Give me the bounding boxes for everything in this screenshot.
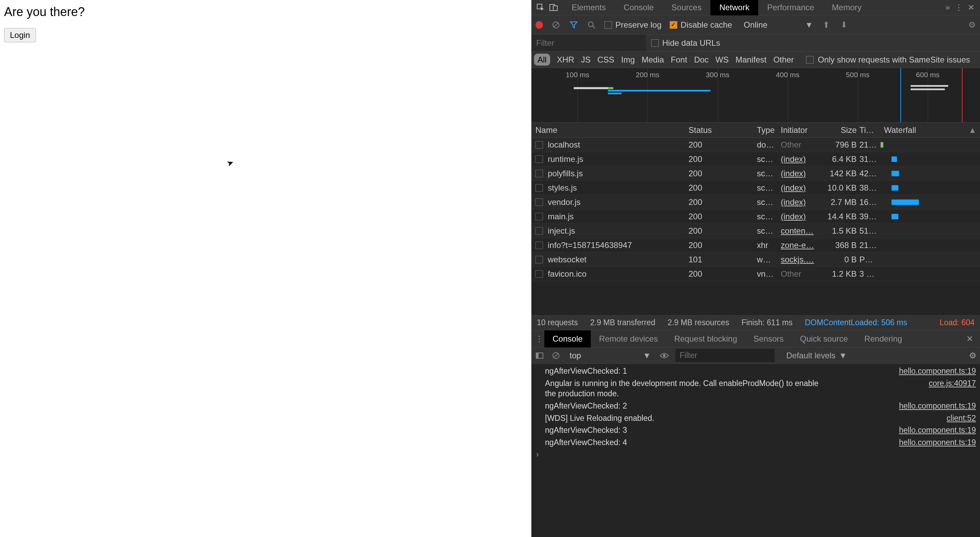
drawer-tab-rendering[interactable]: Rendering	[856, 330, 910, 347]
filter-media[interactable]: Media	[642, 54, 664, 65]
console-prompt[interactable]: ›	[531, 449, 980, 461]
drawer-tabbar: ⋮ Console Remote devices Request blockin…	[531, 330, 980, 347]
request-initiator[interactable]: (index)	[781, 154, 822, 164]
svg-point-11	[663, 354, 666, 357]
request-initiator[interactable]: conten…	[781, 226, 822, 236]
drawer-tab-sensors[interactable]: Sensors	[745, 330, 792, 347]
context-select[interactable]: top▼	[568, 350, 653, 361]
filter-manifest[interactable]: Manifest	[736, 54, 767, 65]
filter-js[interactable]: JS	[581, 54, 590, 65]
tab-performance[interactable]: Performance	[758, 0, 823, 15]
drawer-tab-reqblock[interactable]: Request blocking	[666, 330, 745, 347]
clear-button[interactable]	[551, 21, 561, 29]
console-source-link[interactable]: core.js:40917	[929, 378, 976, 399]
request-initiator[interactable]: (index)	[781, 183, 822, 193]
console-settings-icon[interactable]: ⚙	[969, 350, 977, 361]
col-status[interactable]: Status	[689, 125, 757, 135]
throttling-select[interactable]: Online▼	[743, 19, 813, 30]
download-har-icon[interactable]: ⬇	[839, 19, 849, 30]
table-row[interactable]: styles.js200sc…(index)10.0 KB38…	[531, 181, 980, 195]
request-size: 2.7 MB	[822, 197, 859, 207]
table-row[interactable]: favicon.ico200vn…Other1.2 KB3 …	[531, 267, 980, 281]
close-drawer-icon[interactable]: ✕	[962, 334, 977, 344]
drawer-tab-console[interactable]: Console	[544, 330, 591, 347]
drawer-tab-quicksource[interactable]: Quick source	[792, 330, 856, 347]
search-icon[interactable]	[587, 21, 596, 29]
close-devtools-icon[interactable]: ✕	[968, 2, 975, 13]
request-initiator[interactable]: (index)	[781, 197, 822, 207]
table-row[interactable]: websocket101w…sockjs.…0 BP…	[531, 253, 980, 267]
tab-network[interactable]: Network	[710, 0, 758, 15]
table-row[interactable]: runtime.js200sc…(index)6.4 KB31…	[531, 152, 980, 166]
request-waterfall	[880, 195, 980, 209]
log-levels-select[interactable]: Default levels▼	[786, 350, 847, 361]
filter-font[interactable]: Font	[671, 54, 687, 65]
tab-memory[interactable]: Memory	[823, 0, 871, 15]
devtools-tabbar: Elements Console Sources Network Perform…	[531, 0, 980, 15]
table-row[interactable]: vendor.js200sc…(index)2.7 MB16…	[531, 195, 980, 210]
console-source-link[interactable]: hello.component.ts:19	[899, 366, 976, 377]
toggle-device-icon[interactable]	[547, 1, 560, 14]
console-source-link[interactable]: hello.component.ts:19	[899, 401, 976, 411]
filter-ws[interactable]: WS	[716, 54, 729, 65]
request-initiator[interactable]: zone-e…	[781, 240, 822, 250]
request-initiator[interactable]: (index)	[781, 168, 822, 179]
console-line: ngAfterViewChecked: 3hello.component.ts:…	[531, 424, 980, 437]
filter-all[interactable]: All	[534, 54, 550, 65]
disable-cache-checkbox[interactable]: ✓Disable cache	[670, 19, 732, 30]
col-initiator[interactable]: Initiator	[781, 125, 822, 135]
preserve-log-checkbox[interactable]: Preserve log	[605, 19, 662, 30]
table-row[interactable]: inject.js200sc…conten…1.5 KB51…	[531, 224, 980, 238]
live-expression-icon[interactable]	[660, 353, 669, 359]
table-row[interactable]: polyfills.js200sc…(index)142 KB42…	[531, 166, 980, 181]
console-source-link[interactable]: client:52	[947, 413, 976, 424]
filter-other[interactable]: Other	[773, 54, 794, 65]
request-name: favicon.ico	[548, 268, 586, 279]
network-settings-icon[interactable]: ⚙	[968, 19, 976, 30]
timeline-overview[interactable]: 100 ms 200 ms 300 ms 400 ms 500 ms 600 m…	[531, 68, 980, 122]
table-row[interactable]: main.js200sc…(index)14.4 KB39…	[531, 210, 980, 224]
tab-elements[interactable]: Elements	[563, 0, 615, 15]
console-source-link[interactable]: hello.component.ts:19	[899, 425, 976, 435]
col-type[interactable]: Type	[757, 125, 781, 135]
devtools-panel: Elements Console Sources Network Perform…	[531, 0, 980, 537]
login-button[interactable]: Login	[4, 28, 36, 42]
upload-har-icon[interactable]: ⬆	[821, 19, 831, 30]
kebab-menu-icon[interactable]: ⋮	[955, 2, 963, 13]
clear-console-icon[interactable]	[551, 352, 561, 359]
tab-console[interactable]: Console	[615, 0, 663, 15]
filter-toggle-icon[interactable]	[569, 22, 579, 29]
filter-doc[interactable]: Doc	[694, 54, 709, 65]
col-waterfall[interactable]: Waterfall▲	[880, 125, 980, 135]
hide-data-urls-checkbox[interactable]: Hide data URLs	[646, 35, 725, 51]
request-status: 200	[689, 240, 757, 250]
inspect-element-icon[interactable]	[534, 1, 547, 14]
col-name[interactable]: Name	[531, 125, 689, 135]
record-button[interactable]	[535, 21, 543, 29]
col-time[interactable]: Ti…	[859, 125, 880, 135]
samesite-checkbox[interactable]: Only show requests with SameSite issues	[806, 54, 970, 65]
request-name: info?t=1587154638947	[548, 240, 632, 250]
drawer-tab-remote[interactable]: Remote devices	[591, 330, 666, 347]
request-initiator[interactable]: sockjs.…	[781, 254, 822, 265]
filter-input[interactable]	[531, 35, 646, 51]
tab-sources[interactable]: Sources	[663, 0, 710, 15]
drawer-menu-icon[interactable]: ⋮	[534, 334, 544, 344]
filter-img[interactable]: Img	[621, 54, 635, 65]
request-waterfall	[880, 224, 980, 238]
console-sidebar-icon[interactable]	[535, 353, 544, 359]
filter-css[interactable]: CSS	[597, 54, 614, 65]
table-row[interactable]: info?t=1587154638947200xhrzone-e…368 B21…	[531, 238, 980, 253]
more-tabs-icon[interactable]: »	[945, 2, 950, 13]
context-value: top	[570, 350, 581, 361]
console-filter-input[interactable]	[676, 349, 775, 362]
table-row[interactable]: localhost200do…Other796 B21…	[531, 138, 980, 152]
col-size[interactable]: Size	[822, 125, 859, 135]
console-source-link[interactable]: hello.component.ts:19	[899, 438, 976, 448]
request-type: w…	[757, 254, 781, 265]
request-initiator[interactable]: (index)	[781, 211, 822, 222]
page-heading: Are you there?	[4, 5, 527, 19]
file-icon	[535, 213, 543, 220]
filter-xhr[interactable]: XHR	[557, 54, 574, 65]
request-name: polyfills.js	[548, 168, 583, 179]
